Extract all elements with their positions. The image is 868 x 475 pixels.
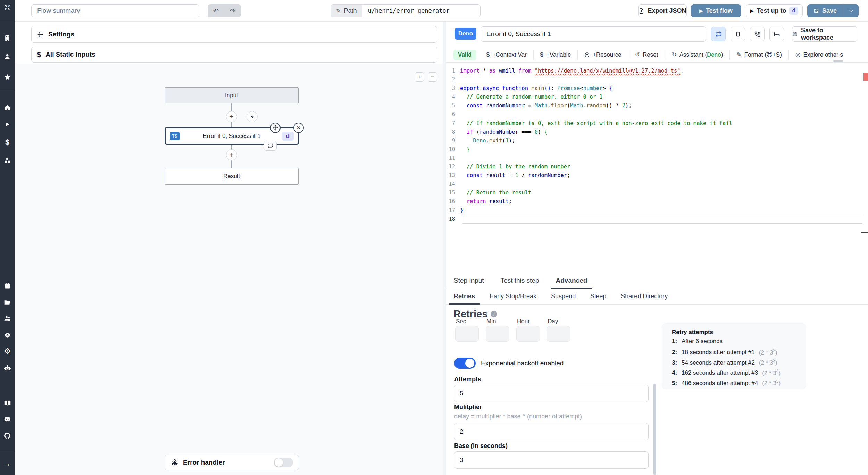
code-line[interactable]: 18 xyxy=(446,215,868,224)
suspend-approval-button[interactable] xyxy=(750,27,765,41)
groups-users-gear-icon[interactable] xyxy=(0,313,15,324)
code-line[interactable]: 2 xyxy=(446,75,868,84)
add-variable-button[interactable]: $ +Variable xyxy=(533,50,578,60)
all-static-inputs-row[interactable]: $ All Static Inputs xyxy=(31,47,437,62)
add-step-button[interactable]: + xyxy=(226,149,237,160)
test-up-to-button[interactable]: ▶ Test up to d xyxy=(746,4,803,17)
schedules-calendar-icon[interactable] xyxy=(0,281,15,291)
step-summary-input[interactable] xyxy=(481,26,706,42)
code-line[interactable]: 12 // Divide 1 by the random number xyxy=(446,162,868,171)
undo-button[interactable]: ↶ xyxy=(208,4,224,17)
retries-toggle-button[interactable] xyxy=(711,27,726,41)
code-line[interactable]: 14 xyxy=(446,180,868,189)
delete-step-button[interactable]: × xyxy=(293,123,304,133)
docs-book-icon[interactable] xyxy=(0,398,15,408)
info-icon[interactable]: i xyxy=(491,311,497,317)
panel-vscrollbar[interactable] xyxy=(653,384,656,475)
flow-canvas[interactable]: + − Input + TS Error if 0, Success if 1 … xyxy=(15,64,443,475)
save-button[interactable]: Save xyxy=(807,4,843,17)
ai-robot-icon[interactable] xyxy=(0,363,15,373)
tab-step-input[interactable]: Step Input xyxy=(454,273,484,289)
line-number: 18 xyxy=(446,215,460,224)
code-line[interactable]: 5 const randomNumber = Math.floor(Math.r… xyxy=(446,101,868,110)
base-input[interactable] xyxy=(454,451,649,469)
sec-input[interactable] xyxy=(455,326,479,342)
redo-button[interactable]: ↷ xyxy=(224,4,241,17)
format-button[interactable]: ✎ Format (⌘+S) xyxy=(729,50,788,60)
explore-scripts-button[interactable]: ◎ Explore other s xyxy=(788,50,850,60)
code-line[interactable]: 13 const result = 1 / randomNumber; xyxy=(446,171,868,180)
retry-indicator-button[interactable] xyxy=(264,141,277,151)
runs-play-icon[interactable] xyxy=(0,119,15,130)
code-line[interactable]: 8 if (randomNumber === 0) { xyxy=(446,128,868,136)
subtab-sleep[interactable]: Sleep xyxy=(590,289,606,304)
github-icon[interactable] xyxy=(0,431,15,441)
dollar-icon: $ xyxy=(540,51,543,58)
zoom-in-button[interactable]: + xyxy=(415,72,424,82)
subtab-suspend[interactable]: Suspend xyxy=(551,289,576,304)
exponential-backoff-toggle[interactable] xyxy=(454,358,476,369)
subtab-retries[interactable]: Retries xyxy=(454,289,475,304)
day-input[interactable] xyxy=(547,326,570,342)
export-json-button[interactable]: Export JSON xyxy=(638,4,687,17)
flow-summary-input[interactable] xyxy=(31,4,199,17)
home-icon[interactable] xyxy=(0,102,15,113)
code-line[interactable]: 10 } xyxy=(446,145,868,154)
move-step-button[interactable] xyxy=(270,123,281,133)
code-line[interactable]: 17} xyxy=(446,206,868,215)
flow-node-result[interactable]: Result xyxy=(165,168,299,185)
toolbar-hscrollbar[interactable] xyxy=(833,60,843,62)
audit-eye-icon[interactable] xyxy=(0,330,15,340)
code-line[interactable]: 3export async function main(): Promise<n… xyxy=(446,84,868,93)
code-line[interactable]: 16 return result; xyxy=(446,197,868,206)
code-line[interactable]: 6 xyxy=(446,110,868,119)
favorites-star-icon[interactable] xyxy=(0,72,15,82)
error-handler-row[interactable]: Error handler xyxy=(165,455,299,470)
sleep-button[interactable] xyxy=(769,27,784,41)
flow-node-input[interactable]: Input xyxy=(165,87,299,103)
error-handler-toggle[interactable] xyxy=(274,458,293,467)
collapse-arrow-right-icon[interactable]: → xyxy=(0,458,15,469)
discord-icon[interactable] xyxy=(0,414,15,424)
lightning-icon xyxy=(250,114,255,119)
code-line[interactable]: 4 // Generate a random number, either 0 … xyxy=(446,93,868,101)
path-value[interactable]: u/henri/error_generator xyxy=(362,5,480,17)
variables-dollar-icon[interactable]: $ xyxy=(0,137,15,148)
resources-boxes-icon[interactable] xyxy=(0,155,15,166)
code-line[interactable]: 7 // If randomNumber is 0, exit the scri… xyxy=(446,119,868,128)
tab-test-this-step[interactable]: Test this step xyxy=(501,273,539,289)
add-context-var-button[interactable]: $ +Context Var xyxy=(480,50,533,60)
step-id-badge: d xyxy=(282,132,294,141)
code-line[interactable]: 15 // Return the result xyxy=(446,189,868,197)
min-input[interactable] xyxy=(486,326,509,342)
panel-divider[interactable] xyxy=(443,22,446,475)
windmill-logo[interactable] xyxy=(0,2,15,12)
reset-button[interactable]: ↺ Reset xyxy=(628,50,665,60)
add-resource-button[interactable]: +Resource xyxy=(577,50,628,60)
add-branch-bolt-button[interactable] xyxy=(247,111,258,122)
attempts-input[interactable] xyxy=(454,385,649,402)
subtab-early-stop[interactable]: Early Stop/Break xyxy=(490,289,536,304)
hour-input[interactable] xyxy=(516,326,540,342)
save-dropdown-button[interactable] xyxy=(843,4,859,17)
path-field[interactable]: ✎ Path u/henri/error_generator xyxy=(331,4,481,17)
folders-icon[interactable] xyxy=(0,297,15,308)
code-line[interactable]: 11 xyxy=(446,154,868,162)
save-to-workspace-button[interactable]: Save to workspace xyxy=(792,26,857,42)
user-icon[interactable] xyxy=(0,51,15,62)
flow-settings-row[interactable]: Settings xyxy=(31,26,437,43)
zoom-out-button[interactable]: − xyxy=(428,72,437,82)
code-line[interactable]: 9 Deno.exit(1); xyxy=(446,136,868,145)
code-editor[interactable]: 1import * as wmill from "https://deno.la… xyxy=(446,63,868,273)
early-stop-button[interactable] xyxy=(731,27,745,41)
code-line[interactable]: 1import * as wmill from "https://deno.la… xyxy=(446,67,868,75)
subtab-shared-directory[interactable]: Shared Directory xyxy=(621,289,668,304)
settings-gear-icon[interactable]: ⚙ xyxy=(0,346,15,356)
assistant-button[interactable]: ↻ Assistant (Deno) xyxy=(665,50,729,60)
multiplier-input[interactable] xyxy=(454,423,649,440)
workspace-building-icon[interactable] xyxy=(0,33,15,43)
test-flow-button[interactable]: ▶ Test flow xyxy=(691,4,741,17)
line-number: 11 xyxy=(446,154,460,162)
tab-advanced[interactable]: Advanced xyxy=(556,273,587,289)
add-step-button[interactable]: + xyxy=(226,111,237,122)
